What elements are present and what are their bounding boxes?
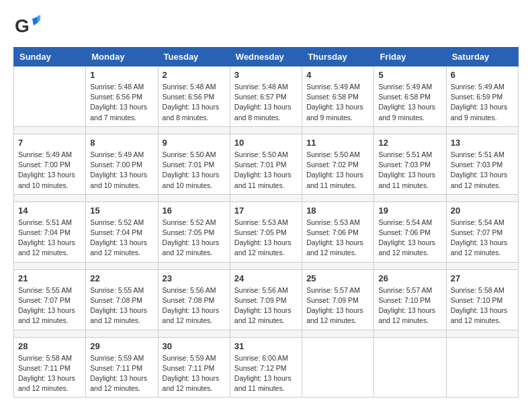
calendar-cell: 22Sunrise: 5:55 AMSunset: 7:08 PMDayligh… [86, 269, 158, 330]
day-header-saturday: Saturday [446, 48, 518, 66]
calendar-cell: 20Sunrise: 5:54 AMSunset: 7:07 PMDayligh… [446, 201, 518, 262]
day-header-tuesday: Tuesday [158, 48, 230, 66]
day-number: 27 [451, 273, 514, 283]
calendar-cell: 11Sunrise: 5:50 AMSunset: 7:02 PMDayligh… [302, 134, 374, 194]
day-info: Sunrise: 5:51 AMSunset: 7:03 PMDaylight:… [378, 150, 441, 191]
week-separator [14, 194, 519, 201]
day-number: 18 [306, 205, 369, 216]
day-number: 17 [234, 205, 298, 216]
calendar-cell: 27Sunrise: 5:58 AMSunset: 7:10 PMDayligh… [446, 269, 518, 330]
day-info: Sunrise: 5:50 AMSunset: 7:01 PMDaylight:… [163, 150, 226, 191]
day-number: 25 [306, 273, 369, 283]
day-number: 5 [378, 70, 441, 80]
calendar-week-2: 7Sunrise: 5:49 AMSunset: 7:00 PMDaylight… [14, 134, 519, 194]
day-info: Sunrise: 5:56 AMSunset: 7:08 PMDaylight:… [163, 285, 226, 326]
week-separator [14, 262, 519, 269]
day-info: Sunrise: 5:48 AMSunset: 6:56 PMDaylight:… [90, 82, 153, 123]
day-info: Sunrise: 5:53 AMSunset: 7:05 PMDaylight:… [234, 218, 298, 259]
day-number: 22 [90, 273, 153, 283]
day-number: 12 [378, 138, 441, 148]
day-info: Sunrise: 5:49 AMSunset: 6:58 PMDaylight:… [378, 82, 441, 123]
day-info: Sunrise: 5:55 AMSunset: 7:08 PMDaylight:… [90, 285, 153, 326]
calendar-week-3: 14Sunrise: 5:51 AMSunset: 7:04 PMDayligh… [14, 201, 519, 262]
calendar-header: SundayMondayTuesdayWednesdayThursdayFrid… [14, 48, 519, 66]
week-separator [14, 330, 519, 337]
day-info: Sunrise: 5:56 AMSunset: 7:09 PMDaylight:… [234, 285, 298, 326]
day-info: Sunrise: 5:49 AMSunset: 7:00 PMDaylight:… [18, 150, 81, 191]
calendar: SundayMondayTuesdayWednesdayThursdayFrid… [13, 47, 519, 398]
day-number: 10 [234, 138, 298, 148]
calendar-cell: 21Sunrise: 5:55 AMSunset: 7:07 PMDayligh… [14, 269, 86, 330]
day-number: 9 [163, 138, 226, 148]
calendar-cell: 17Sunrise: 5:53 AMSunset: 7:05 PMDayligh… [230, 201, 302, 262]
calendar-cell: 13Sunrise: 5:51 AMSunset: 7:03 PMDayligh… [446, 134, 518, 194]
day-number: 4 [306, 70, 369, 80]
day-info: Sunrise: 5:48 AMSunset: 6:57 PMDaylight:… [234, 82, 298, 123]
day-info: Sunrise: 5:54 AMSunset: 7:06 PMDaylight:… [378, 218, 441, 259]
day-info: Sunrise: 5:50 AMSunset: 7:02 PMDaylight:… [306, 150, 369, 191]
day-header-friday: Friday [374, 48, 446, 66]
calendar-cell [302, 337, 374, 398]
calendar-cell: 8Sunrise: 5:49 AMSunset: 7:00 PMDaylight… [86, 134, 158, 194]
calendar-cell: 12Sunrise: 5:51 AMSunset: 7:03 PMDayligh… [374, 134, 446, 194]
day-info: Sunrise: 5:57 AMSunset: 7:09 PMDaylight:… [306, 285, 369, 326]
calendar-cell: 14Sunrise: 5:51 AMSunset: 7:04 PMDayligh… [14, 201, 86, 262]
day-info: Sunrise: 5:58 AMSunset: 7:11 PMDaylight:… [18, 353, 81, 394]
day-number: 28 [18, 341, 81, 351]
day-number: 8 [90, 138, 153, 148]
svg-marker-2 [38, 15, 40, 23]
day-info: Sunrise: 5:50 AMSunset: 7:01 PMDaylight:… [234, 150, 298, 191]
day-info: Sunrise: 5:59 AMSunset: 7:11 PMDaylight:… [163, 353, 226, 394]
day-number: 13 [451, 138, 514, 148]
logo: G [13, 13, 43, 40]
day-number: 11 [306, 138, 369, 148]
calendar-cell: 10Sunrise: 5:50 AMSunset: 7:01 PMDayligh… [230, 134, 302, 194]
day-info: Sunrise: 5:55 AMSunset: 7:07 PMDaylight:… [18, 285, 81, 326]
day-info: Sunrise: 5:51 AMSunset: 7:03 PMDaylight:… [451, 150, 514, 191]
day-header-sunday: Sunday [14, 48, 86, 66]
calendar-cell: 1Sunrise: 5:48 AMSunset: 6:56 PMDaylight… [86, 66, 158, 127]
day-info: Sunrise: 5:52 AMSunset: 7:04 PMDaylight:… [90, 218, 153, 259]
day-info: Sunrise: 5:57 AMSunset: 7:10 PMDaylight:… [378, 285, 441, 326]
calendar-cell: 9Sunrise: 5:50 AMSunset: 7:01 PMDaylight… [158, 134, 230, 194]
calendar-cell: 2Sunrise: 5:48 AMSunset: 6:56 PMDaylight… [158, 66, 230, 127]
day-number: 20 [451, 205, 514, 216]
day-info: Sunrise: 5:49 AMSunset: 6:58 PMDaylight:… [306, 82, 369, 123]
day-header-wednesday: Wednesday [230, 48, 302, 66]
day-info: Sunrise: 5:52 AMSunset: 7:05 PMDaylight:… [163, 218, 226, 259]
week-separator [14, 126, 519, 134]
calendar-cell: 30Sunrise: 5:59 AMSunset: 7:11 PMDayligh… [158, 337, 230, 398]
calendar-week-4: 21Sunrise: 5:55 AMSunset: 7:07 PMDayligh… [14, 269, 519, 330]
logo-icon: G [13, 13, 40, 40]
day-number: 19 [378, 205, 441, 216]
day-number: 21 [18, 273, 81, 283]
day-info: Sunrise: 5:59 AMSunset: 7:11 PMDaylight:… [90, 353, 153, 394]
calendar-cell: 15Sunrise: 5:52 AMSunset: 7:04 PMDayligh… [86, 201, 158, 262]
calendar-cell: 25Sunrise: 5:57 AMSunset: 7:09 PMDayligh… [302, 269, 374, 330]
calendar-cell: 4Sunrise: 5:49 AMSunset: 6:58 PMDaylight… [302, 66, 374, 127]
day-number: 7 [18, 138, 81, 148]
day-info: Sunrise: 5:53 AMSunset: 7:06 PMDaylight:… [306, 218, 369, 259]
calendar-week-5: 28Sunrise: 5:58 AMSunset: 7:11 PMDayligh… [14, 337, 519, 398]
day-info: Sunrise: 5:49 AMSunset: 7:00 PMDaylight:… [90, 150, 153, 191]
calendar-cell: 16Sunrise: 5:52 AMSunset: 7:05 PMDayligh… [158, 201, 230, 262]
calendar-cell: 7Sunrise: 5:49 AMSunset: 7:00 PMDaylight… [14, 134, 86, 194]
day-number: 1 [90, 70, 153, 80]
calendar-cell: 6Sunrise: 5:49 AMSunset: 6:59 PMDaylight… [446, 66, 518, 127]
day-number: 15 [90, 205, 153, 216]
calendar-cell: 28Sunrise: 5:58 AMSunset: 7:11 PMDayligh… [14, 337, 86, 398]
day-number: 16 [163, 205, 226, 216]
calendar-cell: 23Sunrise: 5:56 AMSunset: 7:08 PMDayligh… [158, 269, 230, 330]
day-info: Sunrise: 6:00 AMSunset: 7:12 PMDaylight:… [234, 353, 298, 394]
calendar-cell [446, 337, 518, 398]
day-number: 29 [90, 341, 153, 351]
day-number: 26 [378, 273, 441, 283]
calendar-cell: 3Sunrise: 5:48 AMSunset: 6:57 PMDaylight… [230, 66, 302, 127]
day-number: 3 [234, 70, 298, 80]
day-number: 23 [163, 273, 226, 283]
day-info: Sunrise: 5:58 AMSunset: 7:10 PMDaylight:… [451, 285, 514, 326]
day-number: 6 [451, 70, 514, 80]
calendar-cell [374, 337, 446, 398]
day-number: 31 [234, 341, 298, 351]
day-number: 24 [234, 273, 298, 283]
